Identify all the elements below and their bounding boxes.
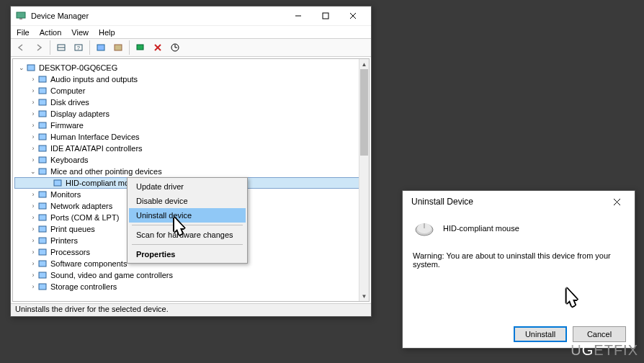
scroll-down-icon[interactable]: ▼ (359, 291, 369, 301)
svg-rect-20 (39, 111, 46, 117)
tree-category[interactable]: ›Human Interface Devices (14, 131, 367, 143)
ctx-properties[interactable]: Properties (129, 247, 246, 261)
sound-icon (37, 270, 48, 280)
close-button[interactable] (339, 8, 367, 24)
scroll-thumb[interactable] (360, 69, 368, 156)
device-manager-window: Device Manager File Action View Help ? ⌄… (10, 6, 372, 317)
dialog-close-button[interactable] (603, 194, 630, 210)
show-hidden-button[interactable] (53, 40, 69, 55)
cancel-button[interactable]: Cancel (573, 326, 626, 342)
refresh-button[interactable] (93, 40, 109, 55)
ctx-update-driver[interactable]: Update driver (129, 179, 246, 194)
printer-icon (37, 224, 48, 234)
storage-icon (37, 282, 48, 292)
tree-category-label: Monitors (50, 190, 81, 199)
tree-category-label: Disk drives (50, 98, 89, 107)
ctx-disable-device[interactable]: Disable device (129, 194, 246, 208)
forward-button[interactable] (31, 40, 47, 55)
monitor-icon (37, 189, 48, 200)
printer-icon (37, 236, 48, 246)
mouse-icon (53, 178, 63, 188)
app-icon (15, 10, 27, 22)
watermark: UGETFIX (571, 342, 638, 359)
svg-rect-30 (39, 226, 46, 232)
svg-rect-19 (39, 99, 46, 105)
svg-rect-26 (54, 180, 61, 186)
tree-category[interactable]: ›Sound, video and game controllers (14, 269, 367, 281)
tree-category[interactable]: ›Keyboards (14, 154, 367, 166)
scroll-up-icon[interactable]: ▲ (359, 59, 369, 69)
svg-rect-10 (97, 45, 104, 50)
svg-rect-1 (19, 18, 22, 19)
uninstall-confirm-button[interactable]: Uninstall (514, 326, 567, 342)
minimize-button[interactable] (285, 8, 312, 24)
window-title: Device Manager (31, 12, 285, 20)
back-button[interactable] (14, 40, 30, 55)
vertical-scrollbar[interactable]: ▲ ▼ (359, 59, 369, 301)
tree-category[interactable]: ›Computer (14, 85, 367, 97)
menu-bar: File Action View Help (11, 25, 371, 38)
soft-icon (37, 259, 48, 269)
ctx-uninstall-device[interactable]: Uninstall device (129, 208, 246, 223)
tree-category-label: IDE ATA/ATAPI controllers (50, 144, 143, 153)
mouse-icon (37, 166, 48, 176)
svg-rect-22 (39, 134, 46, 140)
status-text: Uninstalls the driver for the selected d… (15, 305, 169, 313)
svg-rect-24 (39, 157, 46, 163)
svg-rect-3 (323, 13, 328, 19)
uninstall-button[interactable] (150, 40, 166, 55)
ctx-scan-for-hardware-changes[interactable]: Scan for hardware changes (129, 228, 246, 242)
context-menu: Update driverDisable deviceUninstall dev… (127, 177, 248, 264)
maximize-button[interactable] (312, 8, 339, 24)
dialog-device-name: HID-compliant mouse (443, 224, 519, 233)
tree-category[interactable]: ⌄Mice and other pointing devices (14, 166, 367, 177)
tree-category[interactable]: ›Audio inputs and outputs (14, 73, 367, 85)
tree-category-label: Printers (50, 236, 78, 245)
svg-rect-28 (39, 203, 46, 209)
mouse-icon (413, 220, 436, 237)
tree-root[interactable]: ⌄DESKTOP-0GQ6CEG (14, 62, 367, 73)
menu-help[interactable]: Help (99, 28, 115, 37)
dialog-titlebar[interactable]: Uninstall Device (403, 191, 635, 212)
update-driver-button[interactable] (167, 40, 183, 55)
titlebar[interactable]: Device Manager (11, 6, 371, 25)
menu-file[interactable]: File (17, 28, 30, 37)
properties-button[interactable] (110, 40, 126, 55)
tree-category-label: Keyboards (50, 156, 89, 164)
hid-icon (37, 132, 48, 142)
svg-rect-16 (27, 65, 35, 71)
dialog-title: Uninstall Device (407, 197, 603, 207)
dialog-warning-text: Warning: You are about to uninstall this… (413, 251, 625, 269)
tree-category-label: Firmware (50, 121, 84, 130)
tree-category[interactable]: ›Storage controllers (14, 281, 367, 292)
ide-icon (37, 143, 48, 153)
tree-category-label: Software components (50, 259, 127, 268)
uninstall-dialog: Uninstall Device HID-compliant mouse War… (402, 190, 635, 349)
tree-category-label: Computer (50, 86, 85, 95)
disk-icon (37, 97, 48, 107)
tree-category[interactable]: ›Display adapters (14, 108, 367, 120)
scan-hardware-button[interactable] (133, 40, 148, 55)
svg-rect-0 (17, 12, 25, 18)
tree-category-label: Network adapters (50, 202, 112, 210)
svg-rect-18 (39, 88, 46, 94)
svg-text:?: ? (77, 45, 81, 51)
menu-action[interactable]: Action (40, 28, 62, 37)
cpu-icon (37, 247, 48, 257)
tree-category[interactable]: ›IDE ATA/ATAPI controllers (14, 143, 367, 154)
svg-rect-32 (39, 249, 46, 255)
separator (132, 225, 243, 225)
tree-category-label: Processors (50, 248, 90, 256)
tree-category-label: Audio inputs and outputs (50, 75, 138, 84)
port-icon (37, 212, 48, 223)
tree-category-label: Ports (COM & LPT) (50, 213, 119, 222)
menu-view[interactable]: View (71, 28, 89, 37)
network-icon (37, 201, 48, 211)
tree-category[interactable]: ›Disk drives (14, 97, 367, 108)
svg-rect-27 (39, 192, 46, 197)
tree-root-label: DESKTOP-0GQ6CEG (39, 63, 117, 72)
help-button[interactable]: ? (71, 40, 86, 55)
tree-category[interactable]: ›Firmware (14, 120, 367, 131)
chip-icon (37, 120, 48, 130)
tree-category-label: Human Interface Devices (50, 133, 140, 141)
